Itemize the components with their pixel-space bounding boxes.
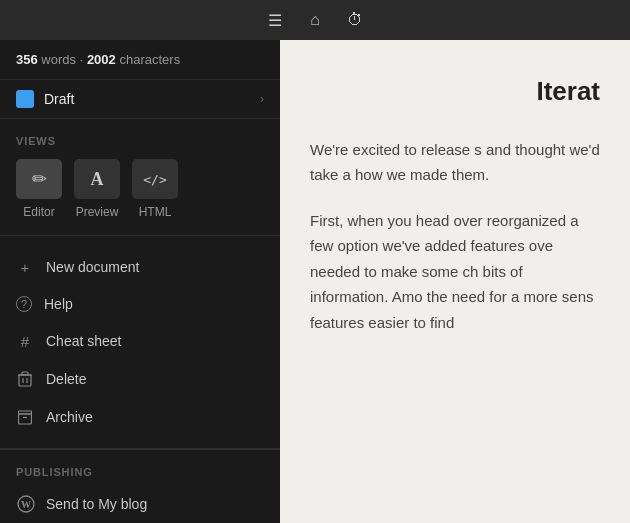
views-buttons: ✏ Editor A Preview </> HTML bbox=[16, 159, 264, 219]
send-to-blog-label: Send to My blog bbox=[46, 496, 147, 512]
html-label: HTML bbox=[139, 205, 172, 219]
view-btn-editor[interactable]: ✏ Editor bbox=[16, 159, 62, 219]
top-bar: ☰ ⌂ ⏱ bbox=[0, 0, 630, 40]
draft-icon bbox=[16, 90, 34, 108]
hash-icon: # bbox=[16, 332, 34, 350]
send-to-blog-item[interactable]: W Send to My blog bbox=[16, 490, 264, 518]
view-btn-html[interactable]: </> HTML bbox=[132, 159, 178, 219]
draft-section[interactable]: Draft › bbox=[0, 80, 280, 119]
clock-icon[interactable]: ⏱ bbox=[335, 0, 375, 40]
plus-icon: + bbox=[16, 258, 34, 276]
menu-item-new-document[interactable]: + New document bbox=[0, 248, 280, 286]
main-layout: 356 words · 2002 characters Draft › VIEW… bbox=[0, 40, 630, 523]
words-label: words bbox=[41, 52, 76, 67]
delete-label: Delete bbox=[46, 371, 86, 387]
content-text: We're excited to release s and thought w… bbox=[310, 137, 600, 336]
svg-text:W: W bbox=[21, 499, 31, 510]
view-btn-preview[interactable]: A Preview bbox=[74, 159, 120, 219]
trash-icon bbox=[16, 370, 34, 388]
paragraph-2: First, when you head over reorganized a … bbox=[310, 208, 600, 336]
archive-label: Archive bbox=[46, 409, 93, 425]
separator: · bbox=[80, 52, 84, 67]
preview-icon: A bbox=[74, 159, 120, 199]
content-inner: Iterat We're excited to release s and th… bbox=[280, 40, 630, 385]
chevron-right-icon: › bbox=[260, 92, 264, 106]
menu-item-help[interactable]: ? Help bbox=[0, 286, 280, 322]
word-count: 356 bbox=[16, 52, 38, 67]
views-section-label: VIEWS bbox=[16, 135, 264, 147]
html-icon: </> bbox=[132, 159, 178, 199]
stats-bar: 356 words · 2002 characters bbox=[0, 40, 280, 80]
menu-item-delete[interactable]: Delete bbox=[0, 360, 280, 398]
top-bar-icons: ☰ ⌂ ⏱ bbox=[255, 0, 375, 40]
content-title: Iterat bbox=[310, 70, 600, 113]
menu-icon[interactable]: ☰ bbox=[255, 0, 295, 40]
cheat-sheet-label: Cheat sheet bbox=[46, 333, 122, 349]
new-document-label: New document bbox=[46, 259, 139, 275]
editor-label: Editor bbox=[23, 205, 54, 219]
chars-label: characters bbox=[119, 52, 180, 67]
sidebar: 356 words · 2002 characters Draft › VIEW… bbox=[0, 40, 280, 523]
svg-rect-5 bbox=[19, 414, 32, 424]
home-icon[interactable]: ⌂ bbox=[295, 0, 335, 40]
svg-rect-6 bbox=[19, 411, 32, 414]
svg-rect-0 bbox=[19, 375, 31, 386]
views-section: VIEWS ✏ Editor A Preview </> HTML bbox=[0, 119, 280, 236]
help-icon: ? bbox=[16, 296, 32, 312]
wordpress-icon: W bbox=[16, 494, 36, 514]
preview-label: Preview bbox=[76, 205, 119, 219]
menu-item-cheat-sheet[interactable]: # Cheat sheet bbox=[0, 322, 280, 360]
char-count: 2002 bbox=[87, 52, 116, 67]
publishing-section-label: PUBLISHING bbox=[16, 466, 264, 478]
menu-section: + New document ? Help # Cheat sheet bbox=[0, 236, 280, 449]
help-label: Help bbox=[44, 296, 73, 312]
publishing-section: PUBLISHING W Send to My blog bbox=[0, 449, 280, 523]
content-area: Iterat We're excited to release s and th… bbox=[280, 40, 630, 523]
paragraph-1: We're excited to release s and thought w… bbox=[310, 137, 600, 188]
archive-icon bbox=[16, 408, 34, 426]
editor-icon: ✏ bbox=[16, 159, 62, 199]
menu-item-archive[interactable]: Archive bbox=[0, 398, 280, 436]
draft-label: Draft bbox=[44, 91, 260, 107]
